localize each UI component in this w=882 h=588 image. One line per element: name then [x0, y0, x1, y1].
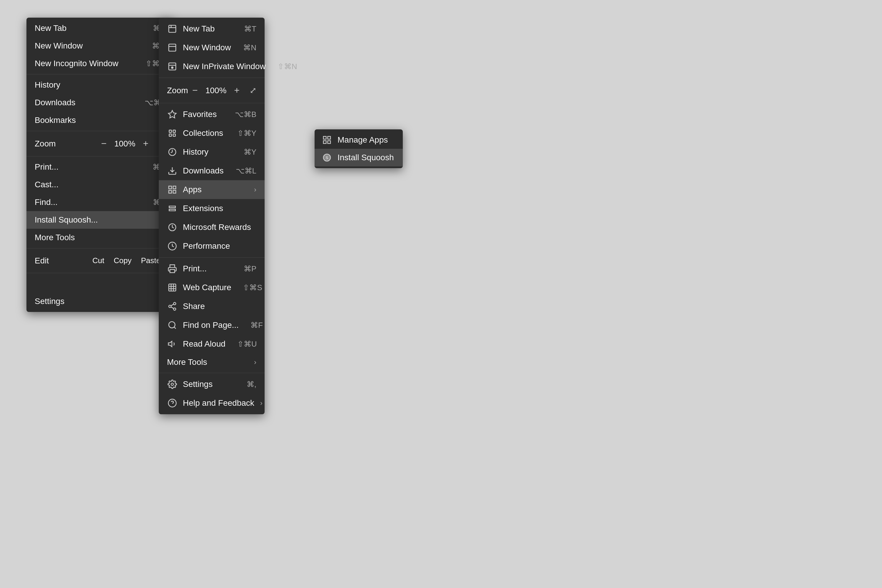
- edge-collections[interactable]: Collections ⇧⌘Y: [159, 124, 265, 142]
- edge-help-left: Help and Feedback: [167, 398, 254, 408]
- chrome-help[interactable]: Settings ›: [27, 292, 174, 310]
- edge-performance[interactable]: Performance: [159, 237, 265, 255]
- chrome-install-squoosh[interactable]: Install Squoosh...: [27, 211, 174, 229]
- chrome-new-incognito-label: New Incognito Window: [35, 59, 118, 68]
- edge-new-inprivate-label: New InPrivate Window: [183, 62, 266, 71]
- edge-help-feedback[interactable]: Help and Feedback ›: [159, 394, 265, 412]
- webcapture-icon: [167, 282, 178, 293]
- chrome-print-label: Print...: [35, 162, 58, 172]
- apps-manage-apps[interactable]: Manage Apps: [315, 131, 403, 149]
- chrome-downloads[interactable]: Downloads ⌥⌘L: [27, 94, 174, 111]
- edge-apps[interactable]: Apps ›: [159, 180, 265, 199]
- edge-settings[interactable]: Settings ⌘,: [159, 375, 265, 394]
- edge-extensions[interactable]: Extensions: [159, 199, 265, 218]
- chrome-edit-row: Edit Cut Copy Paste: [27, 250, 174, 271]
- svg-rect-9: [169, 130, 171, 132]
- edge-new-window-shortcut: ⌘N: [243, 43, 256, 52]
- apps-submenu: Manage Apps S Install Squoosh: [315, 129, 403, 168]
- chrome-cast[interactable]: Cast...: [27, 176, 174, 194]
- chrome-new-window[interactable]: New Window ⌘N: [27, 37, 174, 55]
- edge-zoom-expand[interactable]: ⤢: [250, 86, 256, 95]
- edge-history[interactable]: History ⌘Y: [159, 142, 265, 161]
- chrome-menu: New Tab ⌘T New Window ⌘N New Incognito W…: [27, 18, 174, 312]
- apps-chevron-icon: ›: [254, 186, 256, 194]
- collections-icon: [167, 128, 178, 138]
- edge-downloads-left: Downloads: [167, 165, 224, 176]
- svg-point-24: [174, 308, 176, 310]
- install-squoosh-icon: S: [322, 152, 332, 163]
- chrome-install-squoosh-label: Install Squoosh...: [35, 215, 98, 225]
- chrome-find[interactable]: Find... ⌘F: [27, 194, 174, 211]
- edge-read-aloud[interactable]: Read Aloud ⇧⌘U: [159, 334, 265, 353]
- svg-line-25: [171, 307, 174, 308]
- chrome-history[interactable]: History ›: [27, 76, 174, 94]
- edge-history-left: History: [167, 147, 208, 157]
- svg-rect-0: [169, 25, 176, 32]
- edge-find-on-page[interactable]: Find on Page... ⌘F: [159, 316, 265, 334]
- manage-apps-left: Manage Apps: [322, 135, 388, 145]
- edge-print[interactable]: Print... ⌘P: [159, 259, 265, 278]
- chrome-more-tools[interactable]: More Tools ›: [27, 229, 174, 246]
- chrome-settings[interactable]: [27, 275, 174, 292]
- rewards-icon: [167, 222, 178, 232]
- chrome-zoom-label: Zoom: [35, 139, 99, 148]
- chrome-new-incognito[interactable]: New Incognito Window ⇧⌘N: [27, 55, 174, 72]
- edge-new-inprivate[interactable]: New InPrivate Window ⇧⌘N: [159, 57, 265, 76]
- svg-rect-15: [169, 186, 171, 189]
- edge-extensions-label: Extensions: [183, 204, 223, 213]
- readaloud-icon: [167, 339, 178, 349]
- chrome-print[interactable]: Print... ⌘P: [27, 158, 174, 176]
- svg-point-23: [169, 305, 171, 308]
- chrome-help-label: Settings: [35, 297, 64, 306]
- edge-print-shortcut: ⌘P: [244, 264, 256, 273]
- extensions-icon: [167, 203, 178, 214]
- edge-microsoft-rewards[interactable]: Microsoft Rewards: [159, 218, 265, 237]
- inprivate-icon: [167, 61, 178, 72]
- edge-favorites-shortcut: ⌥⌘B: [235, 110, 256, 119]
- edge-favorites[interactable]: Favorites ⌥⌘B: [159, 105, 265, 124]
- edge-more-tools[interactable]: More Tools ›: [159, 353, 265, 371]
- chrome-new-tab[interactable]: New Tab ⌘T: [27, 20, 174, 37]
- edge-apps-left: Apps: [167, 184, 202, 195]
- svg-line-28: [174, 327, 176, 329]
- chrome-edit-label: Edit: [35, 256, 88, 266]
- edge-collections-left: Collections: [167, 128, 223, 138]
- help-chevron-icon: ›: [260, 399, 262, 407]
- chrome-bookmarks[interactable]: Bookmarks ›: [27, 111, 174, 129]
- help-icon: [167, 398, 178, 408]
- edge-new-window[interactable]: New Window ⌘N: [159, 38, 265, 57]
- edge-downloads[interactable]: Downloads ⌥⌘L: [159, 161, 265, 180]
- edge-share[interactable]: Share: [159, 297, 265, 316]
- svg-rect-33: [328, 136, 330, 139]
- edge-zoom-row: Zoom − 100% + ⤢: [159, 80, 265, 101]
- chrome-zoom-plus[interactable]: +: [141, 137, 151, 150]
- more-tools-chevron-icon: ›: [254, 358, 256, 366]
- edge-new-window-left: New Window: [167, 42, 231, 53]
- edge-share-left: Share: [167, 301, 205, 312]
- edge-separator-1: [159, 78, 265, 78]
- edge-history-shortcut: ⌘Y: [244, 148, 256, 157]
- edge-zoom-minus[interactable]: −: [190, 84, 200, 97]
- apps-install-squoosh[interactable]: S Install Squoosh: [315, 149, 403, 166]
- svg-rect-12: [173, 134, 176, 136]
- install-squoosh-label: Install Squoosh: [338, 153, 394, 162]
- favorites-icon: [167, 109, 178, 120]
- edge-settings-shortcut: ⌘,: [247, 380, 256, 389]
- chrome-zoom-minus[interactable]: −: [99, 137, 109, 150]
- chrome-copy-button[interactable]: Copy: [109, 254, 136, 267]
- svg-rect-17: [169, 190, 171, 193]
- svg-point-27: [169, 322, 175, 328]
- svg-line-26: [171, 304, 174, 306]
- edge-readaloud-label: Read Aloud: [183, 339, 225, 349]
- svg-rect-32: [323, 136, 326, 139]
- edge-performance-label: Performance: [183, 242, 230, 251]
- edge-more-tools-left: More Tools: [167, 357, 207, 367]
- chrome-cut-button[interactable]: Cut: [88, 254, 109, 267]
- edge-webcapture-shortcut: ⇧⌘S: [243, 283, 262, 292]
- edge-rewards-label: Microsoft Rewards: [183, 222, 251, 232]
- print-icon: [167, 263, 178, 274]
- edge-web-capture[interactable]: Web Capture ⇧⌘S: [159, 278, 265, 297]
- edge-zoom-plus[interactable]: +: [232, 84, 242, 97]
- edge-new-tab[interactable]: New Tab ⌘T: [159, 20, 265, 38]
- install-squoosh-left: S Install Squoosh: [322, 152, 394, 163]
